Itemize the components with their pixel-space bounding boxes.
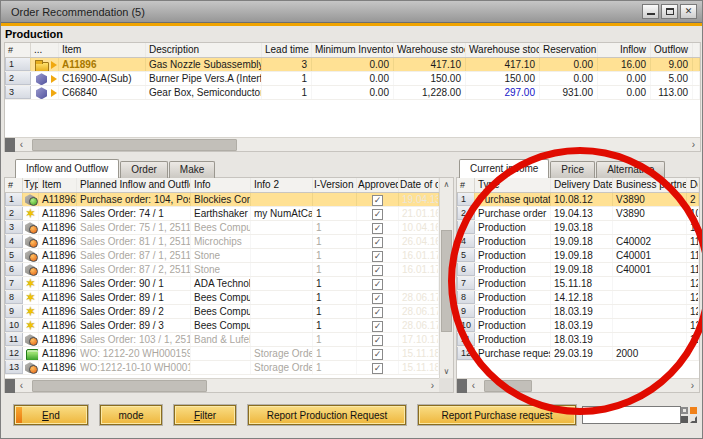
approved-checkbox[interactable]: ✓ — [372, 293, 383, 304]
table-row[interactable]: 4 A11896 Sales Order: 81 / 1, 2511218 Mi… — [5, 235, 439, 249]
scroll-right-icon[interactable]: › — [426, 379, 439, 393]
tab-inflow-and-outflow[interactable]: Inflow and Outflow — [15, 159, 119, 178]
item-link-arrow-icon[interactable] — [51, 89, 57, 97]
mode-button[interactable]: mode — [100, 405, 162, 425]
column-header[interactable]: Do — [687, 178, 699, 192]
approved-checkbox[interactable]: ✓ — [372, 321, 383, 332]
row-number[interactable]: 1 — [457, 193, 475, 206]
item-code[interactable]: A11896 — [39, 263, 77, 276]
row-number[interactable]: 5 — [5, 249, 23, 262]
table-row[interactable]: 5 A11896 Sales Order: 87 / 1, 2511218 St… — [5, 249, 439, 263]
column-header[interactable]: Reservation — [540, 43, 598, 57]
item-code[interactable]: A11896 — [39, 319, 77, 332]
inflow-hscrollbar[interactable]: ‹ › — [5, 378, 439, 392]
report-production-request-button[interactable]: Report Production Request — [248, 405, 406, 425]
item-code[interactable]: A11896 — [39, 277, 77, 290]
approved-checkbox[interactable]: ✓ — [372, 363, 383, 374]
scroll-left-icon[interactable]: ‹ — [467, 379, 480, 393]
column-header[interactable]: Item — [39, 178, 77, 192]
row-number[interactable]: 10 — [5, 319, 23, 332]
table-row[interactable]: 8 Production 14.12.18 12 — [457, 291, 699, 305]
scrollbar-track[interactable] — [480, 379, 686, 393]
table-row[interactable]: 5 Production 19.09.18 C40001 11 — [457, 249, 699, 263]
table-row[interactable]: 6 Production 19.09.18 C40001 11 — [457, 263, 699, 277]
splitter-handle[interactable] — [5, 138, 15, 152]
row-number[interactable]: 9 — [457, 305, 475, 318]
row-number[interactable]: 3 — [5, 86, 31, 99]
table-row[interactable]: 3 C66840 Gear Box, Semiconductor, Rx07 1… — [5, 86, 700, 100]
row-number[interactable]: 13 — [5, 361, 23, 374]
approved-checkbox[interactable]: ✓ — [372, 209, 383, 220]
item-code[interactable]: C66840 — [59, 86, 146, 99]
layout-icon[interactable] — [681, 407, 697, 423]
column-header[interactable]: Info — [191, 178, 251, 192]
row-number[interactable]: 7 — [457, 277, 475, 290]
tab-make[interactable]: Make — [169, 161, 215, 178]
table-row[interactable]: 3 Production 19.03.18 11 — [457, 221, 699, 235]
scroll-down-icon[interactable]: ∨ — [440, 365, 453, 378]
tab-price[interactable]: Price — [550, 161, 595, 178]
row-number[interactable]: 8 — [5, 291, 23, 304]
scrollbar-thumb[interactable] — [32, 380, 207, 392]
column-header[interactable]: I-Version — [313, 178, 357, 192]
column-header[interactable]: Business partner — [613, 178, 687, 192]
item-code[interactable]: A11896 — [39, 361, 77, 374]
table-row[interactable]: 7 Production 15.11.18 12 — [457, 277, 699, 291]
filter-button[interactable]: Filter — [174, 405, 236, 425]
column-header[interactable]: Date of orc — [399, 178, 439, 192]
tab-order[interactable]: Order — [120, 161, 168, 178]
row-number[interactable]: 5 — [457, 249, 475, 262]
row-number[interactable]: 1 — [5, 58, 31, 71]
item-code[interactable]: A11896 — [39, 193, 77, 206]
row-number[interactable]: 3 — [5, 221, 23, 234]
approved-checkbox[interactable]: ✓ — [372, 265, 383, 276]
scroll-left-icon[interactable]: ‹ — [15, 379, 28, 393]
scroll-right-icon[interactable]: › — [686, 379, 699, 393]
production-hscrollbar[interactable]: ‹ › — [5, 137, 700, 151]
tab-alternative[interactable]: Alternative — [596, 161, 665, 178]
row-number[interactable]: 12 — [5, 347, 23, 360]
row-number[interactable]: 6 — [5, 263, 23, 276]
item-code[interactable]: A11896 — [59, 58, 146, 71]
item-code[interactable]: A11896 — [39, 249, 77, 262]
row-number[interactable]: 11 — [5, 333, 23, 346]
column-header[interactable]: Warehouse stock — [394, 43, 466, 57]
table-row[interactable]: 2 Purchase order 19.04.13 V3890 10 — [457, 207, 699, 221]
table-row[interactable]: 11 A11896 Sales Order: 103 / 1, 2511218 … — [5, 333, 439, 347]
column-header[interactable]: Info 2 — [251, 178, 313, 192]
row-number[interactable]: 4 — [5, 235, 23, 248]
column-header[interactable]: Typ — [23, 178, 39, 192]
column-header[interactable]: # — [457, 178, 475, 192]
table-row[interactable]: 3 A11896 Sales Order: 75 / 1, 2511218 Be… — [5, 221, 439, 235]
column-header[interactable]: Item — [59, 43, 146, 57]
column-header[interactable]: ... — [31, 43, 59, 57]
scrollbar-thumb[interactable] — [484, 380, 532, 392]
column-header[interactable]: Delivery Date — [551, 178, 613, 192]
scroll-right-icon[interactable]: › — [687, 138, 700, 152]
scrollbar-track[interactable] — [28, 138, 687, 152]
item-code[interactable]: A11896 — [39, 235, 77, 248]
table-row[interactable]: 1 A11896 Purchase order: 104, Pos 1 Bloc… — [5, 193, 439, 207]
approved-checkbox[interactable]: ✓ — [372, 237, 383, 248]
column-header[interactable]: Description — [146, 43, 262, 57]
income-hscrollbar[interactable]: ‹ › — [457, 378, 699, 392]
item-code[interactable]: A11896 — [39, 347, 77, 360]
table-row[interactable]: 1 Purchase quotation 10.08.12 V3890 2 — [457, 193, 699, 207]
row-number[interactable]: 12 — [457, 347, 475, 360]
approved-checkbox[interactable]: ✓ — [372, 223, 383, 234]
row-number[interactable]: 11 — [457, 333, 475, 346]
scrollbar-thumb[interactable] — [32, 139, 237, 151]
row-number[interactable]: 2 — [457, 207, 475, 220]
approved-checkbox[interactable]: ✓ — [372, 279, 383, 290]
item-code[interactable]: A11896 — [39, 291, 77, 304]
window-titlebar[interactable]: Order Recommendation (5) ✕ — [1, 1, 702, 23]
scroll-up-icon[interactable]: ∧ — [440, 178, 453, 191]
item-code[interactable]: A11896 — [39, 221, 77, 234]
item-code[interactable]: A11896 — [39, 305, 77, 318]
scrollbar-thumb[interactable] — [441, 230, 452, 332]
row-number[interactable]: 3 — [457, 221, 475, 234]
footer-input[interactable] — [582, 406, 681, 424]
table-row[interactable]: 1 A11896 Gas Nozzle Subassembly, 65-5025… — [5, 58, 700, 72]
table-row[interactable]: 4 Production 19.09.18 C40002 11 — [457, 235, 699, 249]
row-number[interactable]: 2 — [5, 207, 23, 220]
